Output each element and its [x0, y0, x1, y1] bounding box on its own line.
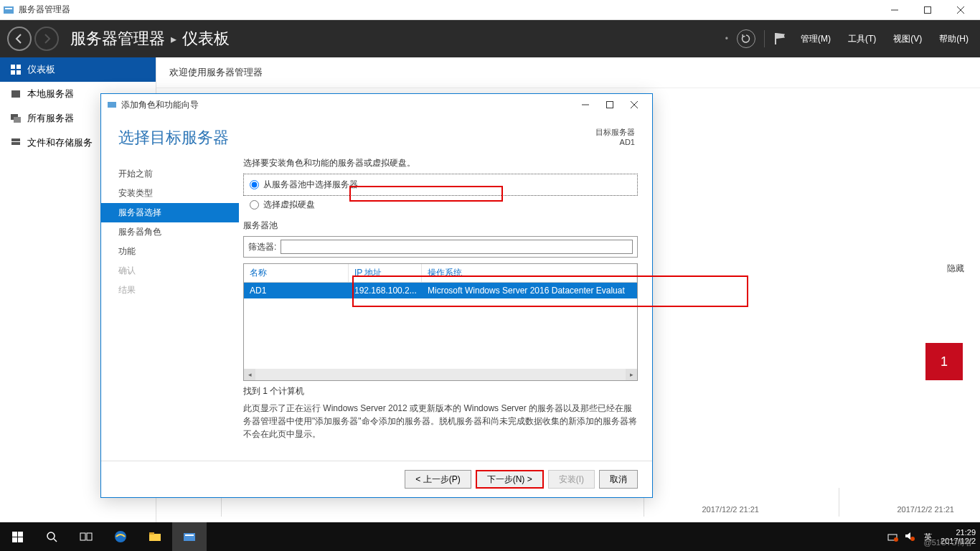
svg-rect-1 — [5, 8, 12, 9]
scroll-left-button[interactable]: ◂ — [244, 369, 255, 380]
hide-link[interactable]: 隐藏 — [947, 263, 964, 275]
search-button[interactable] — [34, 522, 69, 551]
sidebar-item-label: 仪表板 — [27, 63, 55, 76]
svg-rect-7 — [17, 65, 21, 69]
breadcrumb-page[interactable]: 仪表板 — [182, 28, 230, 50]
step-server-roles[interactable]: 服务器角色 — [101, 222, 239, 242]
menu-help[interactable]: 帮助(H) — [935, 30, 973, 48]
window-titlebar: 服务器管理器 — [0, 0, 980, 20]
svg-rect-6 — [11, 65, 15, 69]
sidebar-item-label: 文件和存储服务 — [27, 136, 93, 149]
breadcrumb-separator-icon: ▸ — [171, 32, 176, 46]
sidebar-item-label: 所有服务器 — [27, 112, 74, 125]
svg-rect-3 — [925, 6, 931, 13]
target-server-value: AD1 — [595, 138, 635, 146]
radio-select-from-pool[interactable]: 从服务器池中选择服务器 — [250, 177, 631, 192]
cell-name: AD1 — [244, 283, 349, 298]
server-pool-label: 服务器池 — [243, 220, 638, 232]
svg-point-30 — [894, 537, 898, 542]
dashboard-icon — [10, 64, 22, 75]
svg-rect-17 — [607, 102, 613, 108]
menu-view[interactable]: 视图(V) — [889, 30, 926, 48]
target-server-label: 目标服务器 — [595, 127, 635, 138]
filter-input[interactable] — [281, 240, 633, 254]
server-table: 名称 IP 地址 操作系统 AD1 192.168.100.2... Micro… — [243, 263, 638, 381]
cell-ip: 192.168.100.2... — [349, 283, 422, 298]
back-button[interactable] — [7, 27, 32, 51]
task-view-button[interactable] — [69, 522, 103, 551]
dialog-maximize-button[interactable] — [598, 96, 622, 113]
server-manager-taskbar-button[interactable] — [172, 522, 207, 551]
window-title: 服务器管理器 — [19, 4, 70, 16]
previous-button[interactable]: < 上一步(P) — [405, 470, 471, 489]
taskbar: 英 21:29 2017/12/2 @51CTO博客 — [0, 522, 980, 551]
forward-button[interactable] — [34, 27, 59, 51]
sidebar-item-label: 本地服务器 — [27, 88, 74, 100]
breadcrumb-app[interactable]: 服务器管理器 — [70, 28, 165, 50]
radio-pool-label: 从服务器池中选择服务器 — [263, 179, 358, 191]
dialog-heading: 选择目标服务器 — [118, 127, 229, 149]
servers-icon — [10, 113, 22, 124]
window-close-button[interactable] — [944, 0, 977, 20]
svg-rect-22 — [80, 533, 85, 540]
server-manager-icon — [107, 100, 117, 110]
description-text: 此页显示了正在运行 Windows Server 2012 或更新版本的 Win… — [243, 402, 638, 441]
radio-vhd-label: 选择虚拟硬盘 — [263, 199, 315, 211]
step-features[interactable]: 功能 — [101, 242, 239, 261]
window-maximize-button[interactable] — [911, 0, 944, 20]
cancel-button[interactable]: 取消 — [599, 470, 638, 489]
svg-rect-8 — [11, 70, 15, 75]
menu-tools[interactable]: 工具(T) — [844, 30, 880, 48]
tray-network-icon[interactable] — [887, 530, 898, 543]
filter-label: 筛选器: — [248, 241, 276, 253]
svg-rect-25 — [149, 534, 161, 541]
step-server-selection[interactable]: 服务器选择 — [101, 203, 239, 222]
sidebar-item-dashboard[interactable]: 仪表板 — [0, 57, 156, 82]
ie-button[interactable] — [103, 522, 138, 551]
svg-rect-12 — [14, 117, 21, 123]
timestamp-1: 2017/12/2 21:21 — [897, 505, 954, 514]
step-before-begin[interactable]: 开始之前 — [101, 164, 239, 184]
col-os[interactable]: 操作系统 — [422, 264, 637, 282]
horizontal-scrollbar[interactable]: ◂ ▸ — [244, 369, 637, 380]
alert-tile[interactable]: 1 — [925, 343, 963, 380]
svg-rect-10 — [11, 90, 20, 98]
svg-rect-23 — [87, 533, 92, 540]
col-name[interactable]: 名称 — [244, 264, 349, 282]
refresh-button[interactable] — [737, 29, 755, 48]
svg-rect-14 — [11, 142, 20, 145]
svg-rect-28 — [185, 534, 194, 536]
dialog-close-button[interactable] — [622, 96, 646, 113]
notifications-flag-icon[interactable] — [773, 32, 788, 46]
svg-rect-27 — [184, 533, 195, 541]
radio-pool-input[interactable] — [250, 180, 259, 189]
server-icon — [10, 88, 22, 100]
menu-manage[interactable]: 管理(M) — [796, 30, 835, 48]
storage-icon — [10, 137, 22, 149]
tray-volume-icon[interactable] — [904, 530, 915, 543]
svg-point-20 — [47, 532, 55, 540]
svg-point-31 — [910, 537, 915, 541]
svg-rect-26 — [149, 532, 154, 534]
col-ip[interactable]: IP 地址 — [349, 264, 422, 282]
wizard-steps: 开始之前 安装类型 服务器选择 服务器角色 功能 确认 结果 — [101, 157, 239, 461]
next-button[interactable]: 下一步(N) > — [476, 470, 544, 489]
watermark: @51CTO博客 — [924, 537, 973, 548]
found-count: 找到 1 个计算机 — [243, 385, 638, 397]
explorer-button[interactable] — [138, 522, 172, 551]
table-row[interactable]: AD1 192.168.100.2... Microsoft Windows S… — [244, 283, 637, 298]
svg-line-21 — [54, 539, 57, 542]
step-confirmation: 确认 — [101, 261, 239, 281]
step-install-type[interactable]: 安装类型 — [101, 184, 239, 203]
start-button[interactable] — [0, 522, 34, 551]
scroll-right-button[interactable]: ▸ — [626, 369, 637, 380]
command-bar: 服务器管理器 ▸ 仪表板 • 管理(M) 工具(T) 视图(V) 帮助(H) — [0, 20, 980, 57]
timestamp-2: 2017/12/2 21:21 — [702, 505, 759, 514]
add-roles-wizard-dialog: 添加角色和功能向导 选择目标服务器 目标服务器 AD1 开始之前 安装类型 服务… — [100, 93, 653, 498]
window-minimize-button[interactable] — [878, 0, 911, 20]
svg-rect-15 — [108, 102, 116, 108]
radio-select-vhd[interactable]: 选择虚拟硬盘 — [243, 197, 638, 212]
dialog-minimize-button[interactable] — [573, 96, 598, 113]
radio-vhd-input[interactable] — [250, 200, 259, 209]
intro-text: 选择要安装角色和功能的服务器或虚拟硬盘。 — [243, 157, 638, 169]
